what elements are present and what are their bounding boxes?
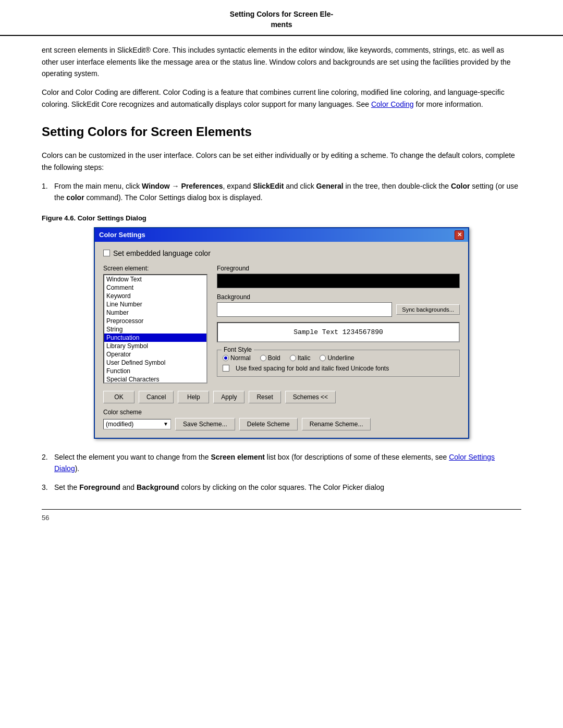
foreground-section: Foreground (217, 265, 460, 288)
scheme-controls: (modified) ▼ Save Scheme... Delete Schem… (103, 418, 460, 430)
delete-scheme-button[interactable]: Delete Scheme (239, 418, 298, 430)
radio-normal-circle[interactable] (223, 355, 229, 361)
steps-list-lower: Select the element you want to change fr… (42, 451, 521, 493)
radio-underline[interactable]: Underline (320, 354, 354, 362)
dialog-titlebar: Color Settings ✕ (95, 228, 468, 242)
font-style-legend: Font Style (222, 346, 254, 353)
chevron-down-icon: ▼ (163, 421, 168, 427)
fixed-spacing-checkbox[interactable] (223, 365, 229, 372)
background-label: Background (217, 293, 460, 301)
radio-normal[interactable]: Normal (223, 354, 251, 362)
color-panel: Foreground Background Sync backgrounds..… (217, 265, 460, 384)
font-style-group: Font Style Normal Bold (217, 350, 460, 377)
list-item-user-defined-symbol[interactable]: User Defined Symbol (104, 359, 206, 367)
foreground-swatch[interactable] (217, 274, 460, 288)
list-item-string[interactable]: String (104, 325, 206, 334)
main-content: ent screen elements in SlickEdit® Core. … (0, 44, 563, 493)
steps-list: From the main menu, click Window → Prefe… (42, 180, 521, 204)
fixed-spacing-label: Use fixed spacing for bold and italic fi… (236, 365, 389, 372)
color-coding-link[interactable]: Color Coding (371, 100, 414, 108)
list-item-function[interactable]: Function (104, 367, 206, 375)
ok-button[interactable]: OK (103, 391, 134, 403)
list-item-number[interactable]: Number (104, 309, 206, 317)
embedded-lang-label: Set embedded language color (113, 249, 211, 257)
list-item-punctuation[interactable]: Punctuation (104, 334, 206, 342)
dialog-main-area: Screen element: Window Text Comment Keyw… (103, 265, 460, 384)
rename-scheme-button[interactable]: Rename Scheme... (302, 418, 371, 430)
screen-element-label: Screen element: (103, 265, 207, 272)
dialog-close-button[interactable]: ✕ (455, 230, 464, 240)
intro-para2: Color and Color Coding are different. Co… (42, 87, 521, 110)
section-para1: Colors can be customized in the user int… (42, 150, 521, 173)
screen-element-panel: Screen element: Window Text Comment Keyw… (103, 265, 207, 384)
radio-normal-label: Normal (230, 354, 251, 362)
list-item-library-symbol[interactable]: Library Symbol (104, 342, 206, 350)
color-scheme-label: Color scheme (103, 409, 460, 416)
sample-text-box: Sample Text 1234567890 (217, 322, 460, 342)
embedded-lang-row: Set embedded language color (103, 249, 460, 257)
page-footer: 56 (42, 509, 521, 526)
save-scheme-button[interactable]: Save Scheme... (175, 418, 235, 430)
background-row: Sync backgrounds... (217, 302, 460, 317)
list-item-special-characters[interactable]: Special Characters (104, 375, 206, 384)
radio-italic[interactable]: Italic (290, 354, 311, 362)
screen-element-listbox[interactable]: Window Text Comment Keyword Line Number … (103, 274, 207, 384)
figure-label: Figure 4.6. Color Settings Dialog (42, 214, 521, 222)
dialog-title: Color Settings (99, 231, 145, 239)
background-swatch[interactable] (217, 302, 392, 317)
cancel-button[interactable]: Cancel (139, 391, 174, 403)
list-item-preprocessor[interactable]: Preprocessor (104, 317, 206, 325)
radio-bold-label: Bold (268, 354, 280, 362)
schemes-button[interactable]: Schemes << (285, 391, 336, 403)
page-header: Setting Colors for Screen Ele- ments (0, 0, 563, 36)
section-heading: Setting Colors for Screen Elements (42, 125, 521, 141)
font-style-radio-row: Normal Bold Italic (223, 354, 454, 362)
fixed-spacing-row: Use fixed spacing for bold and italic fi… (223, 365, 454, 372)
foreground-label: Foreground (217, 265, 460, 272)
color-scheme-row: Color scheme (modified) ▼ Save Scheme...… (103, 409, 460, 430)
reset-button[interactable]: Reset (249, 391, 280, 403)
list-item-window-text[interactable]: Window Text (104, 275, 206, 283)
list-item-comment[interactable]: Comment (104, 283, 206, 292)
apply-button[interactable]: Apply (213, 391, 244, 403)
page-number: 56 (42, 514, 49, 522)
radio-italic-circle[interactable] (290, 355, 296, 361)
radio-bold[interactable]: Bold (260, 354, 280, 362)
color-scheme-dropdown[interactable]: (modified) ▼ (103, 419, 171, 429)
dialog-body: Set embedded language color Screen eleme… (95, 242, 468, 438)
dialog-wrapper: Color Settings ✕ Set embedded language c… (42, 227, 521, 439)
step-3: Set the Foreground and Background colors… (42, 482, 521, 493)
help-button[interactable]: Help (178, 391, 209, 403)
list-item-keyword[interactable]: Keyword (104, 292, 206, 300)
radio-underline-label: Underline (327, 354, 354, 362)
radio-italic-label: Italic (298, 354, 311, 362)
sync-backgrounds-button[interactable]: Sync backgrounds... (396, 304, 460, 315)
embedded-lang-checkbox[interactable] (103, 250, 110, 256)
list-item-operator[interactable]: Operator (104, 350, 206, 359)
color-settings-dialog: Color Settings ✕ Set embedded language c… (94, 227, 469, 439)
dialog-buttons-row: OK Cancel Help Apply Reset Schemes << (103, 391, 460, 403)
step-2: Select the element you want to change fr… (42, 451, 521, 475)
header-title: Setting Colors for Screen Ele- ments (42, 9, 521, 30)
background-section: Background Sync backgrounds... (217, 293, 460, 317)
step-1: From the main menu, click Window → Prefe… (42, 180, 521, 204)
radio-bold-circle[interactable] (260, 355, 266, 361)
scheme-value: (modified) (106, 421, 133, 428)
list-item-line-number[interactable]: Line Number (104, 300, 206, 309)
intro-para1: ent screen elements in SlickEdit® Core. … (42, 44, 521, 79)
radio-underline-circle[interactable] (320, 355, 326, 361)
